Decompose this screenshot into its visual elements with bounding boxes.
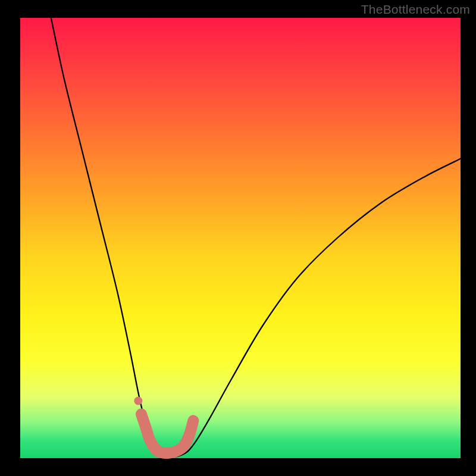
chart-frame: TheBottleneck.com: [0, 0, 476, 476]
marker-band-path: [142, 414, 193, 453]
curve-layer: [51, 18, 461, 457]
marker-dot: [134, 397, 142, 405]
bottleneck-curve-path: [51, 18, 461, 457]
marker-layer: [134, 397, 193, 453]
watermark-text: TheBottleneck.com: [361, 2, 470, 17]
plot-area: [20, 18, 461, 458]
chart-svg: [20, 18, 461, 458]
